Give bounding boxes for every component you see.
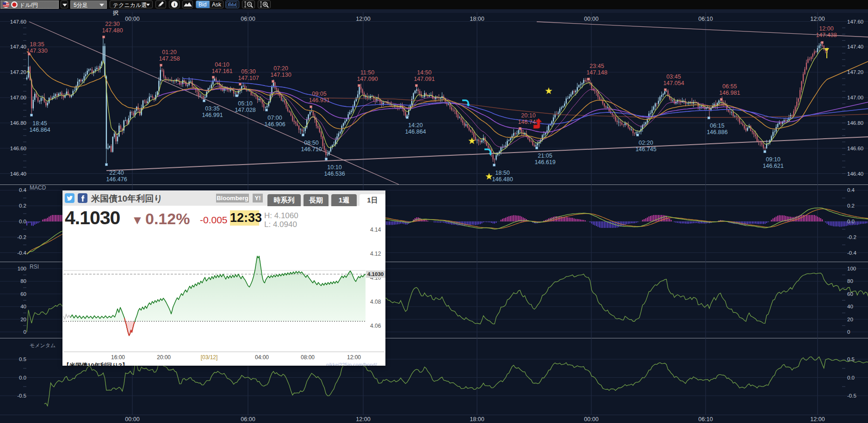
svg-text:40: 40 (20, 304, 26, 309)
svg-text:-0.2: -0.2 (17, 234, 26, 240)
svg-text:0.5: 0.5 (847, 356, 855, 362)
svg-text:MACD: MACD (30, 184, 46, 191)
svg-text:00:00: 00:00 (584, 416, 598, 423)
svg-text:nikkei225jp.com/bond/ _: nikkei225jp.com/bond/ _ (326, 362, 382, 366)
svg-text:12:00: 12:00 (819, 25, 833, 32)
svg-text:80: 80 (20, 278, 26, 284)
svg-text:05:30: 05:30 (241, 68, 255, 75)
svg-text:147.028: 147.028 (235, 107, 255, 113)
svg-text:08:00: 08:00 (301, 354, 315, 361)
svg-text:06:55: 06:55 (722, 83, 737, 90)
svg-text:146.886: 146.886 (707, 129, 727, 135)
svg-text:146.710: 146.710 (301, 146, 322, 153)
svg-text:0.2: 0.2 (847, 203, 855, 208)
svg-text:0.0: 0.0 (19, 219, 26, 224)
svg-text:147.258: 147.258 (159, 55, 180, 62)
svg-text:0.0: 0.0 (847, 219, 855, 224)
svg-text:4.06: 4.06 (370, 323, 381, 329)
svg-text:20: 20 (847, 317, 853, 322)
svg-text:07:20: 07:20 (273, 65, 288, 72)
svg-text:4.14: 4.14 (370, 227, 381, 233)
svg-text:146.40: 146.40 (10, 171, 26, 177)
svg-text:147.480: 147.480 (102, 27, 123, 34)
svg-text:146.981: 146.981 (719, 90, 740, 96)
svg-text:147.20: 147.20 (10, 69, 26, 75)
svg-text:00:00: 00:00 (584, 16, 598, 22)
svg-text:14:20: 14:20 (408, 122, 422, 129)
svg-text:-0.5: -0.5 (847, 393, 856, 398)
svg-text:146.991: 146.991 (202, 112, 223, 118)
svg-text:146.480: 146.480 (492, 176, 513, 183)
svg-text:146.40: 146.40 (847, 171, 863, 177)
svg-text:06:10: 06:10 (698, 16, 713, 22)
svg-text:0: 0 (24, 329, 26, 335)
svg-text:16:00: 16:00 (111, 354, 125, 361)
svg-text:146.745: 146.745 (635, 146, 656, 153)
svg-text:147.107: 147.107 (238, 75, 259, 81)
svg-text:146.931: 146.931 (309, 97, 329, 104)
svg-text:146.621: 146.621 (763, 163, 783, 169)
svg-text:0.5: 0.5 (19, 356, 26, 362)
svg-text:14:50: 14:50 (417, 69, 431, 76)
svg-text:0.4: 0.4 (19, 187, 27, 193)
svg-text:147.130: 147.130 (270, 72, 291, 78)
svg-text:22:40: 22:40 (109, 170, 124, 176)
svg-text:0.4: 0.4 (847, 187, 855, 193)
svg-text:147.40: 147.40 (847, 44, 863, 49)
svg-text:18:35: 18:35 (30, 41, 44, 48)
svg-text:146.80: 146.80 (10, 120, 26, 126)
svg-text:146.536: 146.536 (324, 171, 345, 177)
svg-text:147.090: 147.090 (357, 76, 378, 82)
svg-text:147.161: 147.161 (211, 68, 232, 74)
svg-text:06:00: 06:00 (241, 416, 255, 423)
svg-text:147.054: 147.054 (663, 80, 684, 86)
svg-text:23:45: 23:45 (589, 63, 604, 69)
svg-text:07:00: 07:00 (267, 115, 282, 121)
svg-text:22:30: 22:30 (105, 21, 119, 27)
svg-text:60: 60 (20, 291, 26, 297)
svg-text:09:05: 09:05 (312, 91, 326, 97)
svg-text:18:00: 18:00 (470, 416, 484, 423)
svg-text:09:10: 09:10 (766, 156, 780, 163)
svg-text:4.12: 4.12 (370, 251, 381, 257)
svg-text:RSI: RSI (30, 264, 39, 270)
svg-text:12:00: 12:00 (347, 354, 361, 361)
svg-text:06:10: 06:10 (698, 416, 713, 423)
svg-text:05:10: 05:10 (238, 100, 252, 107)
svg-text:40: 40 (847, 304, 853, 309)
svg-text:147.40: 147.40 (10, 44, 26, 49)
svg-text:147.00: 147.00 (10, 95, 26, 100)
svg-text:02:20: 02:20 (639, 140, 653, 146)
svg-text:20:00: 20:00 (157, 354, 171, 361)
svg-text:147.60: 147.60 (847, 19, 863, 25)
svg-text:21:05: 21:05 (538, 153, 552, 159)
svg-text:147.00: 147.00 (847, 95, 863, 100)
svg-text:モメンタム: モメンタム (30, 343, 56, 348)
svg-text:12:00: 12:00 (810, 416, 825, 423)
svg-text:04:10: 04:10 (215, 61, 229, 68)
svg-text:146.906: 146.906 (264, 121, 285, 128)
svg-text:-0.5: -0.5 (17, 393, 26, 398)
svg-text:12:00: 12:00 (810, 16, 825, 22)
svg-text:146.864: 146.864 (29, 127, 50, 133)
svg-text:20:10: 20:10 (521, 112, 535, 119)
svg-text:146.619: 146.619 (534, 159, 555, 166)
svg-text:06:00: 06:00 (241, 16, 255, 22)
svg-text:18:00: 18:00 (470, 16, 484, 22)
svg-text:4.1030: 4.1030 (367, 271, 384, 277)
svg-text:80: 80 (847, 278, 853, 284)
svg-text:-0.4: -0.4 (847, 250, 856, 256)
svg-text:-0.4: -0.4 (17, 250, 26, 256)
svg-text:100: 100 (847, 266, 856, 271)
svg-text:4.08: 4.08 (370, 299, 381, 305)
svg-text:18:45: 18:45 (32, 120, 47, 127)
svg-text:08:50: 08:50 (304, 140, 318, 146)
svg-text:10:10: 10:10 (327, 164, 341, 171)
svg-text:146.476: 146.476 (106, 176, 127, 183)
svg-text:12:00: 12:00 (356, 416, 370, 423)
svg-text:06:15: 06:15 (710, 123, 724, 129)
svg-text:0.0: 0.0 (19, 375, 26, 380)
svg-text:146.60: 146.60 (847, 146, 863, 151)
svg-text:-0.2: -0.2 (847, 234, 856, 240)
svg-text:12:00: 12:00 (356, 16, 370, 22)
